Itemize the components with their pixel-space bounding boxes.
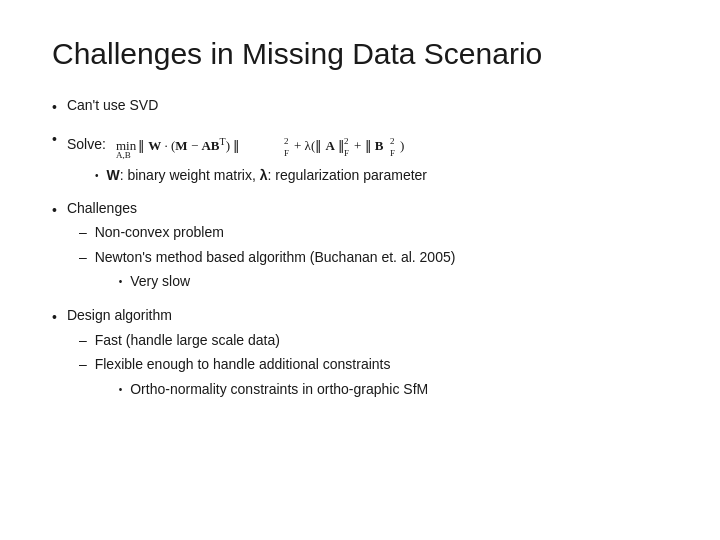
bullet-2-sub-item: • W: binary weight matrix, λ: regulariza… (95, 164, 668, 186)
dash-3: – (79, 329, 87, 351)
svg-text:A,B: A,B (116, 150, 131, 160)
bullet-4-content: Design algorithm – Fast (handle large sc… (67, 304, 668, 404)
solve-prefix: Solve: (67, 133, 106, 155)
bullet-4-sub2-sublist: • Ortho-normality constraints in ortho-g… (95, 378, 429, 400)
bullet-1-content: Can't use SVD (67, 94, 668, 116)
bullet-2-dot: • (52, 128, 57, 150)
slide-content: • Can't use SVD • Solve: min (52, 94, 668, 504)
bullet-4-sub1-text: Fast (handle large scale data) (95, 329, 280, 351)
bullet-4-sublist: – Fast (handle large scale data) – Flexi… (67, 329, 668, 402)
W-label: W (106, 167, 119, 183)
bullet-3-text: Challenges (67, 200, 137, 216)
bullet-3-sub2-content: Newton's method based algorithm (Buchana… (95, 246, 456, 295)
math-formula-end: 2 F ) (390, 126, 428, 162)
bullet-4-sub2-text: Flexible enough to handle additional con… (95, 356, 391, 372)
bullet-4-sub1: – Fast (handle large scale data) (79, 329, 668, 351)
ortho-text: Ortho-normality constraints in ortho-gra… (130, 378, 428, 400)
lambda-label: λ (260, 167, 268, 183)
bullet-4-text: Design algorithm (67, 307, 172, 323)
list-item-1: • Can't use SVD (52, 94, 668, 118)
bullet-3-sub2: – Newton's method based algorithm (Bucha… (79, 246, 668, 295)
bullet-2-content: Solve: min A,B ‖ W ∙ (M − ABT) ‖ (67, 126, 668, 188)
math-formula-svg: min A,B ‖ W ∙ (M − ABT) ‖ 2 F + λ(‖ A ‖ (116, 126, 386, 162)
w-desc: : binary weight matrix, (120, 167, 260, 183)
dash-4: – (79, 353, 87, 375)
bullet-1-text: Can't use SVD (67, 97, 158, 113)
slide: Challenges in Missing Data Scenario • Ca… (0, 0, 720, 540)
svg-text:F: F (284, 148, 289, 158)
list-item-3: • Challenges – Non-convex problem – Newt… (52, 197, 668, 297)
svg-text:): ) (400, 138, 404, 153)
very-slow-dot: • (119, 274, 123, 290)
solve-row: Solve: min A,B ‖ W ∙ (M − ABT) ‖ (67, 126, 668, 162)
bullet-2-sub-text: W: binary weight matrix, λ: regularizati… (106, 164, 427, 186)
ortho-dot: • (119, 382, 123, 398)
lambda-desc: : regularization parameter (268, 167, 428, 183)
bullet-3-content: Challenges – Non-convex problem – Newton… (67, 197, 668, 297)
bullet-3-sub2-text: Newton's method based algorithm (Buchana… (95, 249, 456, 265)
ortho-item: • Ortho-normality constraints in ortho-g… (119, 378, 429, 400)
svg-text:2: 2 (344, 136, 349, 146)
bullet-4-dot: • (52, 306, 57, 328)
svg-text:+ λ(‖ A ‖: + λ(‖ A ‖ (294, 138, 345, 153)
slide-title: Challenges in Missing Data Scenario (52, 36, 668, 72)
bullet-3-sub2-sublist: • Very slow (95, 270, 456, 292)
svg-text:+ ‖ B ‖: + ‖ B ‖ (354, 138, 386, 153)
dash-1: – (79, 221, 87, 243)
bullet-3-dot: • (52, 199, 57, 221)
bullet-4-sub2: – Flexible enough to handle additional c… (79, 353, 668, 402)
bullet-2-sublist: • W: binary weight matrix, λ: regulariza… (67, 164, 668, 186)
bullet-2-sub-dot: • (95, 168, 99, 184)
bullet-1-dot: • (52, 96, 57, 118)
main-list: • Can't use SVD • Solve: min (52, 94, 668, 404)
svg-text:‖ W ∙ (M − ABT) ‖: ‖ W ∙ (M − ABT) ‖ (138, 136, 240, 154)
bullet-4-sub2-content: Flexible enough to handle additional con… (95, 353, 429, 402)
bullet-3-sub1-text: Non-convex problem (95, 221, 224, 243)
very-slow-item: • Very slow (119, 270, 456, 292)
svg-text:2: 2 (284, 136, 289, 146)
very-slow-text: Very slow (130, 270, 190, 292)
svg-text:2: 2 (390, 136, 395, 146)
list-item-4: • Design algorithm – Fast (handle large … (52, 304, 668, 404)
bullet-3-sublist: – Non-convex problem – Newton's method b… (67, 221, 668, 294)
svg-text:F: F (390, 148, 395, 158)
dash-2: – (79, 246, 87, 268)
bullet-3-sub1: – Non-convex problem (79, 221, 668, 243)
list-item-2: • Solve: min A,B ‖ (52, 126, 668, 188)
svg-text:F: F (344, 148, 349, 158)
